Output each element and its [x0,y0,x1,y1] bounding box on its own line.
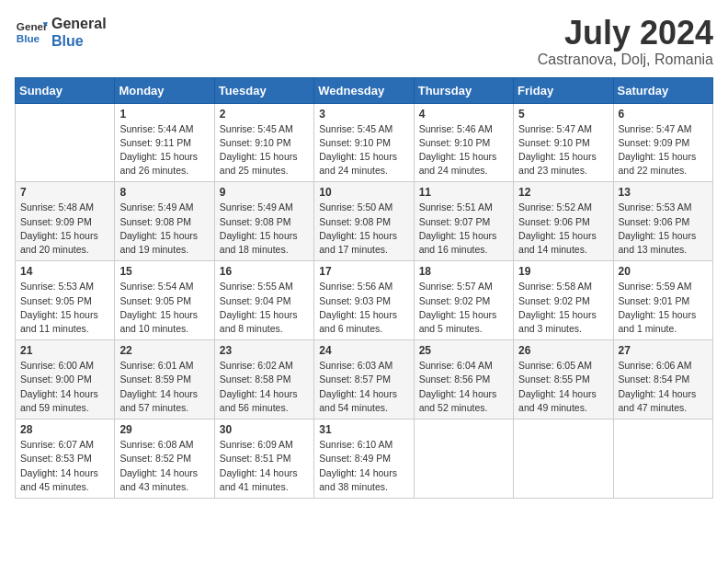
calendar-cell: 19Sunrise: 5:58 AM Sunset: 9:02 PM Dayli… [514,261,613,340]
calendar-cell: 2Sunrise: 5:45 AM Sunset: 9:10 PM Daylig… [214,103,313,182]
day-number: 30 [220,423,309,436]
day-number: 14 [20,265,109,278]
calendar-cell: 24Sunrise: 6:03 AM Sunset: 8:57 PM Dayli… [314,340,414,419]
calendar-cell: 11Sunrise: 5:51 AM Sunset: 9:07 PM Dayli… [414,182,513,261]
weekday-header-friday: Friday [514,77,613,103]
location: Castranova, Dolj, Romania [538,52,713,68]
week-row-3: 14Sunrise: 5:53 AM Sunset: 9:05 PM Dayli… [16,261,713,340]
day-info: Sunrise: 6:04 AM Sunset: 8:56 PM Dayligh… [419,359,508,415]
calendar-cell: 30Sunrise: 6:09 AM Sunset: 8:51 PM Dayli… [214,419,313,499]
day-info: Sunrise: 5:53 AM Sunset: 9:06 PM Dayligh… [619,201,708,257]
month-title: July 2024 [538,15,713,52]
day-number: 11 [419,186,508,199]
day-number: 25 [419,344,508,357]
day-number: 31 [319,423,408,436]
logo-text-blue: Blue [51,32,107,50]
day-info: Sunrise: 5:54 AM Sunset: 9:05 PM Dayligh… [119,280,209,336]
day-number: 4 [419,108,508,121]
weekday-header-thursday: Thursday [414,77,513,103]
day-info: Sunrise: 5:49 AM Sunset: 9:08 PM Dayligh… [119,201,209,257]
day-number: 18 [419,265,508,278]
calendar-cell: 21Sunrise: 6:00 AM Sunset: 9:00 PM Dayli… [16,340,115,419]
day-info: Sunrise: 5:44 AM Sunset: 9:11 PM Dayligh… [119,122,209,178]
calendar-cell: 8Sunrise: 5:49 AM Sunset: 9:08 PM Daylig… [115,182,214,261]
day-number: 5 [518,108,608,121]
day-number: 28 [20,423,109,436]
day-info: Sunrise: 6:09 AM Sunset: 8:51 PM Dayligh… [220,438,309,494]
weekday-header-tuesday: Tuesday [214,77,313,103]
calendar-cell [16,103,115,182]
day-info: Sunrise: 5:51 AM Sunset: 9:07 PM Dayligh… [419,201,508,257]
calendar-cell: 31Sunrise: 6:10 AM Sunset: 8:49 PM Dayli… [314,419,414,499]
day-number: 10 [319,186,408,199]
day-info: Sunrise: 5:45 AM Sunset: 9:10 PM Dayligh… [319,122,408,178]
logo: General Blue General Blue [15,15,107,50]
day-info: Sunrise: 5:50 AM Sunset: 9:08 PM Dayligh… [319,201,408,257]
day-number: 6 [619,108,708,121]
calendar-cell: 14Sunrise: 5:53 AM Sunset: 9:05 PM Dayli… [16,261,115,340]
day-info: Sunrise: 5:59 AM Sunset: 9:01 PM Dayligh… [619,280,708,336]
day-info: Sunrise: 5:47 AM Sunset: 9:10 PM Dayligh… [518,122,608,178]
week-row-1: 1Sunrise: 5:44 AM Sunset: 9:11 PM Daylig… [16,103,713,182]
calendar-cell: 1Sunrise: 5:44 AM Sunset: 9:11 PM Daylig… [115,103,214,182]
day-info: Sunrise: 5:56 AM Sunset: 9:03 PM Dayligh… [319,280,408,336]
calendar-cell: 26Sunrise: 6:05 AM Sunset: 8:55 PM Dayli… [514,340,613,419]
day-number: 7 [20,186,109,199]
day-info: Sunrise: 6:08 AM Sunset: 8:52 PM Dayligh… [119,438,209,494]
day-info: Sunrise: 6:10 AM Sunset: 8:49 PM Dayligh… [319,438,408,494]
day-number: 13 [619,186,708,199]
weekday-header-sunday: Sunday [16,77,115,103]
weekday-header-saturday: Saturday [613,77,712,103]
calendar-cell: 25Sunrise: 6:04 AM Sunset: 8:56 PM Dayli… [414,340,513,419]
day-number: 9 [220,186,309,199]
weekday-header-monday: Monday [115,77,214,103]
day-info: Sunrise: 6:03 AM Sunset: 8:57 PM Dayligh… [319,359,408,415]
week-row-2: 7Sunrise: 5:48 AM Sunset: 9:09 PM Daylig… [16,182,713,261]
day-number: 22 [119,344,209,357]
day-number: 15 [119,265,209,278]
day-info: Sunrise: 5:47 AM Sunset: 9:09 PM Dayligh… [619,122,708,178]
day-info: Sunrise: 5:57 AM Sunset: 9:02 PM Dayligh… [419,280,508,336]
calendar-cell: 10Sunrise: 5:50 AM Sunset: 9:08 PM Dayli… [314,182,414,261]
calendar-cell: 7Sunrise: 5:48 AM Sunset: 9:09 PM Daylig… [16,182,115,261]
calendar-cell: 28Sunrise: 6:07 AM Sunset: 8:53 PM Dayli… [16,419,115,499]
page-header: General Blue General Blue July 2024 Cast… [15,15,713,68]
calendar-cell: 27Sunrise: 6:06 AM Sunset: 8:54 PM Dayli… [613,340,712,419]
day-number: 20 [619,265,708,278]
calendar-cell: 4Sunrise: 5:46 AM Sunset: 9:10 PM Daylig… [414,103,513,182]
day-info: Sunrise: 5:49 AM Sunset: 9:08 PM Dayligh… [220,201,309,257]
calendar-cell [514,419,613,499]
day-number: 1 [119,108,209,121]
day-info: Sunrise: 5:52 AM Sunset: 9:06 PM Dayligh… [518,201,608,257]
week-row-5: 28Sunrise: 6:07 AM Sunset: 8:53 PM Dayli… [16,419,713,499]
day-number: 16 [220,265,309,278]
calendar-cell: 29Sunrise: 6:08 AM Sunset: 8:52 PM Dayli… [115,419,214,499]
day-info: Sunrise: 6:02 AM Sunset: 8:58 PM Dayligh… [220,359,309,415]
calendar-cell: 5Sunrise: 5:47 AM Sunset: 9:10 PM Daylig… [514,103,613,182]
calendar-cell: 23Sunrise: 6:02 AM Sunset: 8:58 PM Dayli… [214,340,313,419]
day-number: 27 [619,344,708,357]
day-info: Sunrise: 6:01 AM Sunset: 8:59 PM Dayligh… [119,359,209,415]
day-number: 12 [518,186,608,199]
day-number: 17 [319,265,408,278]
day-number: 3 [319,108,408,121]
calendar-cell: 17Sunrise: 5:56 AM Sunset: 9:03 PM Dayli… [314,261,414,340]
day-info: Sunrise: 5:58 AM Sunset: 9:02 PM Dayligh… [518,280,608,336]
day-info: Sunrise: 6:00 AM Sunset: 9:00 PM Dayligh… [20,359,109,415]
day-number: 24 [319,344,408,357]
day-number: 23 [220,344,309,357]
day-number: 2 [220,108,309,121]
logo-text-general: General [51,15,107,32]
day-number: 26 [518,344,608,357]
week-row-4: 21Sunrise: 6:00 AM Sunset: 9:00 PM Dayli… [16,340,713,419]
day-info: Sunrise: 5:55 AM Sunset: 9:04 PM Dayligh… [220,280,309,336]
day-number: 29 [119,423,209,436]
logo-icon: General Blue [15,16,48,49]
calendar-cell: 13Sunrise: 5:53 AM Sunset: 9:06 PM Dayli… [613,182,712,261]
day-info: Sunrise: 6:05 AM Sunset: 8:55 PM Dayligh… [518,359,608,415]
calendar-cell [414,419,513,499]
weekday-header-wednesday: Wednesday [314,77,414,103]
calendar-cell: 3Sunrise: 5:45 AM Sunset: 9:10 PM Daylig… [314,103,414,182]
day-number: 19 [518,265,608,278]
svg-text:General: General [17,20,48,32]
